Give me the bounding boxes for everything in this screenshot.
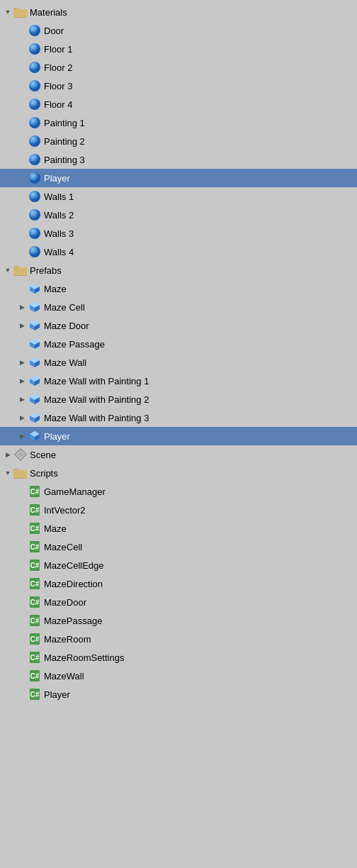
expand-arrow[interactable]: ▶ — [17, 413, 27, 423]
tree-item-player[interactable]: ▶ Player — [0, 427, 357, 445]
expand-arrow[interactable]: ▶ — [17, 394, 27, 404]
tree-item-floor-2[interactable]: Floor 2 — [0, 58, 357, 77]
item-label: MazeDirection — [44, 579, 103, 589]
prefab-icon — [27, 428, 42, 444]
script-icon: C# — [27, 539, 42, 555]
item-label: Player — [44, 173, 70, 184]
item-label: Walls 4 — [44, 247, 74, 257]
tree-item-floor-3[interactable]: Floor 3 — [0, 77, 357, 95]
material-icon — [27, 115, 42, 130]
folder-icon — [13, 6, 28, 18]
svg-text:C#: C# — [30, 506, 40, 514]
tree-item-mazecell[interactable]: C# MazeCell — [0, 538, 357, 556]
tree-item-maze[interactable]: C# Maze — [0, 519, 357, 538]
tree-item-maze-wall-with-painting-2[interactable]: ▶ Maze Wall with Painting 2 — [0, 390, 357, 408]
tree-item-intvector2[interactable]: C# IntVector2 — [0, 501, 357, 519]
tree-item-maze-wall-with-painting-1[interactable]: ▶ Maze Wall with Painting 1 — [0, 372, 357, 390]
tree-item-gamemanager[interactable]: C# GameManager — [0, 482, 357, 501]
tree-item-floor-1[interactable]: Floor 1 — [0, 40, 357, 58]
svg-rect-2 — [13, 9, 27, 17]
expand-arrow[interactable]: ▼ — [3, 468, 13, 478]
item-label: Maze Wall with Painting 2 — [44, 394, 149, 405]
expand-arrow[interactable]: ▶ — [3, 450, 13, 460]
expand-arrow[interactable]: ▶ — [17, 321, 27, 330]
item-label: MazeWall — [44, 671, 84, 681]
item-label: Materials — [30, 7, 67, 18]
tree-item-painting-2[interactable]: Painting 2 — [0, 132, 357, 150]
script-icon: C# — [27, 594, 42, 610]
item-label: Maze Wall — [44, 357, 86, 368]
script-icon: C# — [27, 613, 42, 628]
script-icon: C# — [27, 631, 42, 647]
item-label: Walls 1 — [44, 191, 74, 202]
tree-item-painting-1[interactable]: Painting 1 — [0, 113, 357, 132]
prefab-icon — [27, 373, 42, 389]
svg-point-11 — [29, 172, 40, 184]
project-tree: ▼ Materials Door Floor 1 — [0, 0, 357, 706]
item-label: Scene — [30, 450, 56, 460]
folder-icon — [13, 264, 28, 277]
svg-point-6 — [29, 80, 40, 91]
svg-text:C#: C# — [30, 654, 40, 662]
tree-item-maze-wall-with-painting-3[interactable]: ▶ Maze Wall with Painting 3 — [0, 408, 357, 427]
tree-item-mazecelledge[interactable]: C# MazeCellEdge — [0, 556, 357, 574]
tree-item-maze[interactable]: Maze — [0, 279, 357, 298]
tree-item-mazewall[interactable]: C# MazeWall — [0, 667, 357, 685]
tree-item-scripts[interactable]: ▼ Scripts — [0, 464, 357, 482]
tree-item-prefabs[interactable]: ▼ Prefabs — [0, 261, 357, 279]
item-label: Prefabs — [30, 265, 62, 276]
tree-item-walls-1[interactable]: Walls 1 — [0, 187, 357, 206]
item-label: MazeCell — [44, 542, 82, 552]
material-icon — [27, 78, 42, 94]
tree-item-mazeroomsettings[interactable]: C# MazeRoomSettings — [0, 648, 357, 667]
svg-text:C#: C# — [30, 580, 40, 588]
tree-item-door[interactable]: Door — [0, 21, 357, 40]
tree-item-mazedoor[interactable]: C# MazeDoor — [0, 593, 357, 611]
tree-item-painting-3[interactable]: Painting 3 — [0, 150, 357, 169]
tree-item-mazedirection[interactable]: C# MazeDirection — [0, 574, 357, 593]
item-label: Maze — [44, 523, 67, 534]
script-icon: C# — [27, 576, 42, 591]
expand-arrow[interactable]: ▶ — [17, 431, 27, 441]
tree-item-maze-wall[interactable]: ▶ Maze Wall — [0, 353, 357, 372]
svg-point-12 — [29, 191, 40, 202]
script-icon: C# — [27, 686, 42, 702]
tree-item-scene[interactable]: ▶ Scene — [0, 445, 357, 464]
svg-point-9 — [29, 135, 40, 147]
tree-item-maze-door[interactable]: ▶ Maze Door — [0, 316, 357, 335]
item-label: Painting 3 — [44, 155, 85, 165]
tree-item-player[interactable]: C# Player — [0, 685, 357, 703]
item-label: Maze — [44, 284, 67, 294]
tree-item-walls-2[interactable]: Walls 2 — [0, 206, 357, 224]
expand-arrow[interactable]: ▶ — [17, 302, 27, 312]
item-label: Floor 1 — [44, 44, 72, 55]
folder-icon — [13, 467, 28, 479]
svg-text:C#: C# — [30, 488, 40, 496]
tree-item-mazeroom[interactable]: C# MazeRoom — [0, 630, 357, 648]
item-label: Maze Wall with Painting 3 — [44, 413, 149, 423]
tree-item-player[interactable]: Player — [0, 169, 357, 187]
tree-item-maze-passage[interactable]: Maze Passage — [0, 335, 357, 353]
tree-item-maze-cell[interactable]: ▶ Maze Cell — [0, 298, 357, 316]
svg-text:C#: C# — [30, 562, 40, 569]
item-label: Player — [44, 689, 70, 700]
svg-text:C#: C# — [30, 599, 40, 606]
prefab-icon — [27, 281, 42, 296]
expand-arrow[interactable]: ▶ — [17, 357, 27, 367]
expand-arrow[interactable]: ▼ — [3, 265, 13, 275]
scene-icon — [13, 447, 28, 462]
expand-arrow[interactable]: ▼ — [3, 7, 13, 17]
prefab-icon — [27, 299, 42, 315]
item-label: Floor 4 — [44, 99, 72, 110]
tree-item-floor-4[interactable]: Floor 4 — [0, 95, 357, 113]
expand-arrow[interactable]: ▶ — [17, 376, 27, 386]
tree-item-materials[interactable]: ▼ Materials — [0, 3, 357, 21]
material-icon — [27, 244, 42, 260]
material-icon — [27, 226, 42, 241]
svg-point-8 — [29, 117, 40, 128]
tree-item-walls-3[interactable]: Walls 3 — [0, 224, 357, 243]
tree-item-mazepassage[interactable]: C# MazePassage — [0, 611, 357, 630]
tree-item-walls-4[interactable]: Walls 4 — [0, 243, 357, 261]
script-icon: C# — [27, 521, 42, 536]
svg-point-4 — [29, 43, 40, 55]
